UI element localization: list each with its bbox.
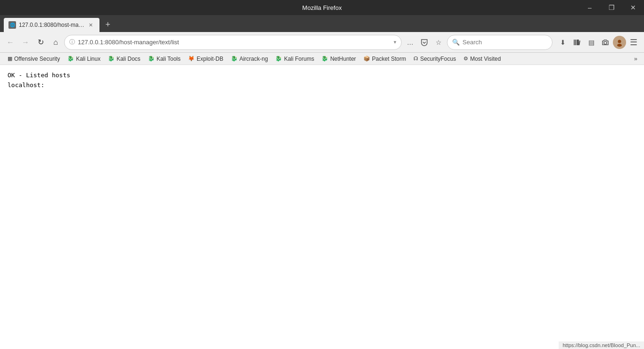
packet-storm-icon: 📦 [363,56,370,62]
address-text: 127.0.0.1:8080/host-manager/text/list [78,39,391,46]
back-button[interactable]: ← [4,36,17,49]
forward-button[interactable]: → [19,36,32,49]
active-tab[interactable]: 🌐 127.0.0.1:8080/host-ma… ✕ [4,18,99,32]
bookmark-label: NetHunter [330,56,356,62]
new-tab-button[interactable]: + [101,18,115,31]
svg-point-5 [618,40,621,43]
bookmark-exploit-db[interactable]: 🦊 Exploit-DB [184,55,227,63]
tab-close-button[interactable]: ✕ [87,21,95,29]
kali-forums-icon: 🐉 [275,56,282,62]
bookmark-label: SecurityFocus [420,56,456,62]
lock-icon: ⓘ [69,38,75,46]
page-line-1: OK - Listed hosts [8,71,636,81]
bookmark-kali-linux[interactable]: 🐉 Kali Linux [64,55,104,63]
aircrack-ng-icon: 🐉 [231,56,238,62]
tabbar: 🌐 127.0.0.1:8080/host-ma… ✕ + [0,15,644,32]
download-button[interactable]: ⬇ [556,36,570,49]
bookmark-label: Aircrack-ng [239,56,268,62]
bookmarks-more-button[interactable]: » [631,54,640,63]
bookmark-label: Most Visited [470,56,501,62]
securityfocus-icon: ☊ [413,56,418,62]
address-bar[interactable]: ⓘ 127.0.0.1:8080/host-manager/text/list … [64,35,402,50]
bookmark-label: Kali Forums [284,56,314,62]
bookmark-label: Kali Tools [157,56,181,62]
navbar: ← → ↻ ⌂ ⓘ 127.0.0.1:8080/host-manager/te… [0,32,644,53]
svg-point-6 [617,44,622,47]
tab-favicon: 🌐 [8,21,16,29]
bookmark-star-button[interactable]: ☆ [432,36,445,49]
reload-button[interactable]: ↻ [34,36,47,49]
offensive-security-icon: ▦ [8,56,12,62]
bookmark-most-visited[interactable]: ⚙ Most Visited [460,55,504,63]
menu-button[interactable]: ☰ [627,36,640,49]
svg-rect-1 [575,40,576,45]
bookmark-kali-forums[interactable]: 🐉 Kali Forums [272,55,318,63]
statusbar-url: https://blog.csdn.net/Blood_Pun... [562,342,640,348]
bookmark-packet-storm[interactable]: 📦 Packet Storm [360,55,410,63]
nav-extras: … ☆ [404,36,445,49]
bookmark-label: Kali Docs [116,56,140,62]
pocket-button[interactable] [418,36,431,49]
library-button[interactable] [570,36,584,49]
statusbar: https://blog.csdn.net/Blood_Pun... [559,341,644,349]
search-input[interactable] [462,39,547,46]
bookmark-kali-tools[interactable]: 🐉 Kali Tools [144,55,184,63]
tab-title: 127.0.0.1:8080/host-ma… [19,22,84,28]
dropdown-arrow[interactable]: ▾ [394,39,396,45]
kali-docs-icon: 🐉 [108,56,115,62]
search-icon: 🔍 [452,39,460,46]
bookmark-aircrack-ng[interactable]: 🐉 Aircrack-ng [227,55,272,63]
svg-rect-2 [577,40,579,45]
titlebar: Mozilla Firefox – ❐ ✕ [0,0,644,15]
bookmark-offensive-security[interactable]: ▦ Offensive Security [4,55,64,63]
bookmark-label: Offensive Security [14,56,60,62]
home-button[interactable]: ⌂ [49,36,62,49]
nav-right-icons: ⬇ ▤ ☰ [556,36,640,49]
kali-tools-icon: 🐉 [148,56,155,62]
kali-linux-icon: 🐉 [67,56,74,62]
sidebar-button[interactable]: ▤ [585,36,598,49]
page-line-2: localhost: [8,81,636,90]
more-button[interactable]: … [404,36,417,49]
bookmark-nethunter[interactable]: 🐉 NetHunter [318,55,360,63]
bookmark-label: Packet Storm [372,56,406,62]
titlebar-controls: – ❐ ✕ [579,0,644,15]
close-button[interactable]: ✕ [622,0,644,15]
bookmark-label: Kali Linux [76,56,100,62]
minimize-button[interactable]: – [579,0,601,15]
titlebar-title: Mozilla Firefox [302,4,342,11]
bookmark-label: Exploit-DB [197,56,223,62]
exploit-db-icon: 🦊 [188,56,195,62]
search-bar[interactable]: 🔍 [447,35,553,50]
most-visited-icon: ⚙ [463,56,468,62]
restore-button[interactable]: ❐ [601,0,622,15]
nethunter-icon: 🐉 [322,56,328,62]
bookmarks-bar: ▦ Offensive Security 🐉 Kali Linux 🐉 Kali… [0,53,644,65]
avatar-button[interactable] [613,36,626,49]
svg-point-4 [604,41,607,44]
bookmark-kali-docs[interactable]: 🐉 Kali Docs [104,55,144,63]
bookmark-securityfocus[interactable]: ☊ SecurityFocus [410,55,460,63]
screenshot-button[interactable] [599,36,612,49]
svg-rect-0 [574,40,575,45]
page-content: OK - Listed hosts localhost: [0,65,644,349]
